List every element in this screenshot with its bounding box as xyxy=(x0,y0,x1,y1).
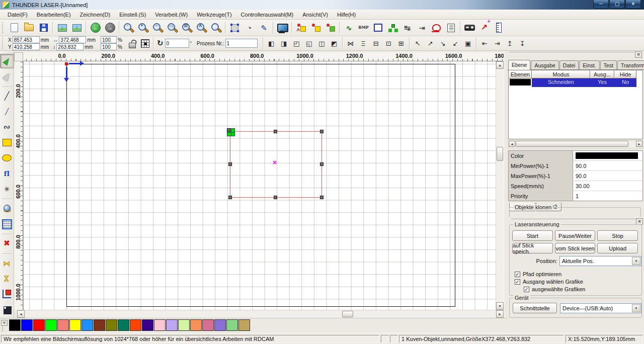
color-value-swatch[interactable] xyxy=(576,152,638,159)
start-button[interactable]: Start xyxy=(512,230,553,241)
push-left[interactable]: ⇤ xyxy=(478,38,491,49)
bmp-tool[interactable]: BMP xyxy=(356,21,371,35)
tab-datei[interactable]: Datei xyxy=(559,60,579,69)
move-bottom-right[interactable]: ↘ xyxy=(437,38,449,49)
menu-verarbeitw[interactable]: Verarbeit.(W) xyxy=(150,11,192,19)
line-tool[interactable]: ╱ xyxy=(0,89,14,104)
palette-color-16[interactable] xyxy=(202,319,214,331)
equal-spacing-h[interactable]: ⋈ xyxy=(345,38,357,49)
same-size[interactable]: ⊞ xyxy=(395,38,408,49)
menu-dateif[interactable]: Datei(F) xyxy=(3,11,32,19)
device-dropdown[interactable]: Device---(USB:Auto) xyxy=(560,303,641,313)
tab-ebene[interactable]: Ebene xyxy=(508,60,530,70)
property-value[interactable]: 90.0 xyxy=(573,161,642,170)
toolbar-grip[interactable] xyxy=(2,22,5,33)
palette-color-15[interactable] xyxy=(190,319,202,331)
zoom-out[interactable]: − xyxy=(150,21,165,35)
palette-color-12[interactable] xyxy=(154,319,166,331)
canvas-viewport[interactable]: × xyxy=(23,61,496,310)
machine-panel[interactable] xyxy=(462,21,477,35)
layer-table[interactable]: EbenenModusAusg...Hide SchneidenYesNo xyxy=(508,70,643,139)
open-file[interactable] xyxy=(22,21,36,35)
palette-color-10[interactable] xyxy=(130,319,141,331)
mirror-v-tool[interactable]: ⋈ xyxy=(0,272,14,286)
menu-zeichnend[interactable]: Zeichnen(D) xyxy=(75,11,115,19)
object-array[interactable] xyxy=(308,21,323,35)
col-header-modus[interactable]: Modus xyxy=(532,70,590,78)
save-file[interactable] xyxy=(36,21,51,35)
zoom-all[interactable]: ⊞ xyxy=(180,21,194,35)
property-value[interactable] xyxy=(573,151,642,160)
zoom-page[interactable]: ▭ xyxy=(165,21,180,35)
palette-color-14[interactable] xyxy=(178,319,190,331)
ellipse-tool[interactable] xyxy=(0,151,14,165)
curve-adjust[interactable]: ◔ xyxy=(242,21,257,35)
layer-table-row[interactable]: SchneidenYesNo xyxy=(509,78,642,87)
scale-y-field[interactable]: 100 xyxy=(101,43,117,50)
horizontal-scroll-thumb[interactable] xyxy=(342,311,353,317)
menu-ansichtv[interactable]: Ansicht(V) xyxy=(298,11,333,19)
zoom-view[interactable] xyxy=(209,21,223,35)
delete-tool[interactable]: ✖ xyxy=(0,236,14,251)
polyline-tool[interactable]: ╱ xyxy=(0,104,14,119)
align-center-h[interactable]: ◫ xyxy=(315,38,328,49)
push-top[interactable]: ↥ xyxy=(504,38,516,49)
position-dropdown[interactable]: Aktuelle Pos. xyxy=(559,256,641,266)
palette-color-4[interactable] xyxy=(57,319,69,331)
tab-ausgabe[interactable]: Ausgabe xyxy=(531,60,558,69)
rect-tool[interactable] xyxy=(0,135,14,150)
text-array[interactable]: A xyxy=(294,21,308,35)
stop-button[interactable]: Stop xyxy=(597,230,638,241)
align-top[interactable]: ◰ xyxy=(290,38,303,49)
process-field[interactable]: 1 xyxy=(225,39,258,48)
width-field[interactable]: 372.468 xyxy=(59,36,86,43)
palette-color-18[interactable] xyxy=(226,319,238,331)
layer-cell-hide[interactable]: No xyxy=(614,78,636,87)
bezier-tool[interactable]: ∾ xyxy=(0,120,14,134)
text-tool[interactable]: fI xyxy=(0,166,14,181)
checkbox-ausgew-hlte-grafiken[interactable]: ✓ xyxy=(524,287,529,292)
col-header-hide[interactable]: Hide xyxy=(614,70,636,78)
layer-cell-ausgabe[interactable]: Yes xyxy=(590,78,614,87)
palette-color-5[interactable] xyxy=(69,319,81,331)
scale-x-field[interactable]: 100 xyxy=(101,36,117,43)
handle-top-left[interactable] xyxy=(227,128,230,132)
move-center[interactable]: ▣ xyxy=(462,38,474,49)
import-file[interactable]: ↓ xyxy=(55,21,69,35)
node-select[interactable] xyxy=(227,21,242,35)
table-scroll-right-button[interactable]: ► xyxy=(636,141,642,147)
palette-color-7[interactable] xyxy=(94,319,105,331)
ruler-tool[interactable] xyxy=(492,21,506,35)
tab-transform[interactable]: Transform. xyxy=(617,60,644,69)
node-edit-tool[interactable] xyxy=(0,69,14,84)
move-top-right[interactable]: ↗ xyxy=(424,38,437,49)
palette-color-19[interactable] xyxy=(238,319,250,331)
handle-top-right[interactable] xyxy=(320,130,324,133)
virtual-array[interactable] xyxy=(323,21,338,35)
y-position-field[interactable]: 410.258 xyxy=(13,43,40,50)
select-tool[interactable] xyxy=(0,54,14,68)
layer-table-scrollbar[interactable]: ◄ ► xyxy=(508,140,643,148)
h-distribute[interactable]: ↹ xyxy=(400,21,415,35)
array-copy-tool[interactable] xyxy=(0,302,14,317)
layer-color-cell[interactable] xyxy=(509,78,532,87)
upload-button[interactable]: Upload xyxy=(597,243,638,253)
palette-color-11[interactable] xyxy=(142,319,153,331)
palette-color-6[interactable] xyxy=(82,319,93,331)
rect-check[interactable] xyxy=(371,21,385,35)
x-position-field[interactable]: 857.453 xyxy=(13,36,40,43)
scroll-up-button[interactable]: ▲ xyxy=(496,61,504,69)
menu-controllerauswahlm[interactable]: Controllerauswahl(M) xyxy=(236,11,298,19)
menu-hilfeh[interactable]: Hilfe(H) xyxy=(333,11,360,19)
menu-einstells[interactable]: Einstell.(S) xyxy=(115,11,150,19)
handle-top-center[interactable] xyxy=(274,130,277,133)
menu-werkzeuget[interactable]: Werkzeuge(T) xyxy=(192,11,236,19)
palette-color-2[interactable] xyxy=(33,319,45,331)
equal-spacing-v[interactable]: Ξ xyxy=(357,38,370,49)
push-right[interactable]: ⇥ xyxy=(491,38,504,49)
laser-pointer[interactable]: ↗ xyxy=(477,21,492,35)
push-bottom[interactable]: ↧ xyxy=(516,38,529,49)
curve-tool[interactable]: ∿ xyxy=(342,21,356,35)
palette-color-1[interactable] xyxy=(21,319,33,331)
vom-stick-lesen-button[interactable]: vom Stick lesen xyxy=(555,243,596,253)
